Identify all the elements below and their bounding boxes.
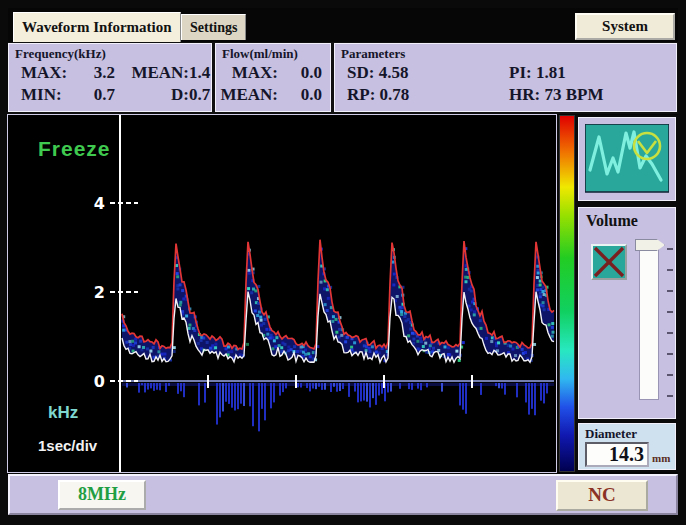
diameter-panel: Diameter 14.3 mm <box>578 423 676 470</box>
doppler-waveform: 420 <box>8 115 556 472</box>
waveform-envelope-icon <box>585 124 669 194</box>
diameter-label: Diameter <box>579 424 675 442</box>
parameters-panel: Parameters SD: 4.58 PI: 1.81 RP: 0.78 HR… <box>334 43 677 112</box>
bottom-bar: 8MHz NC <box>8 474 678 515</box>
right-controls: Volume Diameter 14.3 mm <box>578 115 676 472</box>
volume-slider-ticks <box>667 248 673 400</box>
param-sd: SD: 4.58 <box>335 62 495 84</box>
doppler-color-scale <box>559 115 575 472</box>
svg-text:0: 0 <box>94 372 105 391</box>
param-rp: RP: 0.78 <box>335 84 495 106</box>
freq-mean-value: 1.4 <box>189 62 210 84</box>
freq-d-value: 0.7 <box>189 84 210 106</box>
main-area: 420 Freeze kHz 1sec/div Volume <box>8 115 678 472</box>
volume-slider-track[interactable] <box>639 248 659 400</box>
mute-x-icon <box>593 246 625 278</box>
volume-mute-checkbox[interactable] <box>591 244 627 280</box>
tab-settings[interactable]: Settings <box>181 14 246 40</box>
flow-mean-value: 0.0 <box>278 84 322 106</box>
flow-panel-title: Flow(ml/min) <box>216 44 330 62</box>
freeze-status: Freeze <box>38 137 111 161</box>
device-screen: Waveform Information Settings System Fre… <box>0 0 686 525</box>
y-axis-unit-label: kHz <box>48 403 78 423</box>
flow-mean-label: MEAN: <box>216 84 278 106</box>
volume-panel: Volume <box>578 207 676 419</box>
svg-text:2: 2 <box>94 283 105 302</box>
probe-frequency-button[interactable]: 8MHz <box>58 480 146 510</box>
sweep-speed-label: 1sec/div <box>38 437 97 454</box>
freq-mean-label: MEAN: <box>115 62 189 84</box>
waveform-mode-button[interactable] <box>578 117 676 201</box>
tab-bar: Waveform Information Settings System <box>8 10 678 42</box>
volume-slider-thumb[interactable] <box>635 239 665 251</box>
flow-max-label: MAX: <box>216 62 278 84</box>
volume-label: Volume <box>579 208 675 230</box>
freq-d-label: D: <box>115 84 189 106</box>
freq-min-value: 0.7 <box>65 84 115 106</box>
diameter-unit: mm <box>652 452 670 464</box>
frequency-panel: Frequency(kHz) MAX: 3.2 MEAN: 1.4 MIN: 0… <box>8 43 212 112</box>
param-hr: HR: 73 BPM <box>495 84 676 106</box>
svg-text:4: 4 <box>94 194 105 213</box>
spectral-display: 420 Freeze kHz 1sec/div <box>8 115 556 472</box>
flow-panel: Flow(ml/min) MAX: 0.0 MEAN: 0.0 <box>215 43 331 112</box>
parameters-panel-title: Parameters <box>335 44 676 62</box>
flow-max-value: 0.0 <box>278 62 322 84</box>
freq-max-value: 3.2 <box>65 62 115 84</box>
frequency-panel-title: Frequency(kHz) <box>9 44 211 62</box>
freq-min-label: MIN: <box>9 84 65 106</box>
diameter-value: 14.3 <box>585 442 649 467</box>
freq-max-label: MAX: <box>9 62 65 84</box>
param-pi: PI: 1.81 <box>495 62 676 84</box>
tab-waveform-information[interactable]: Waveform Information <box>13 12 181 42</box>
system-button[interactable]: System <box>575 13 675 40</box>
measurement-panels: Frequency(kHz) MAX: 3.2 MEAN: 1.4 MIN: 0… <box>8 42 678 114</box>
nc-button[interactable]: NC <box>556 480 648 511</box>
app-window: Waveform Information Settings System Fre… <box>8 8 678 515</box>
